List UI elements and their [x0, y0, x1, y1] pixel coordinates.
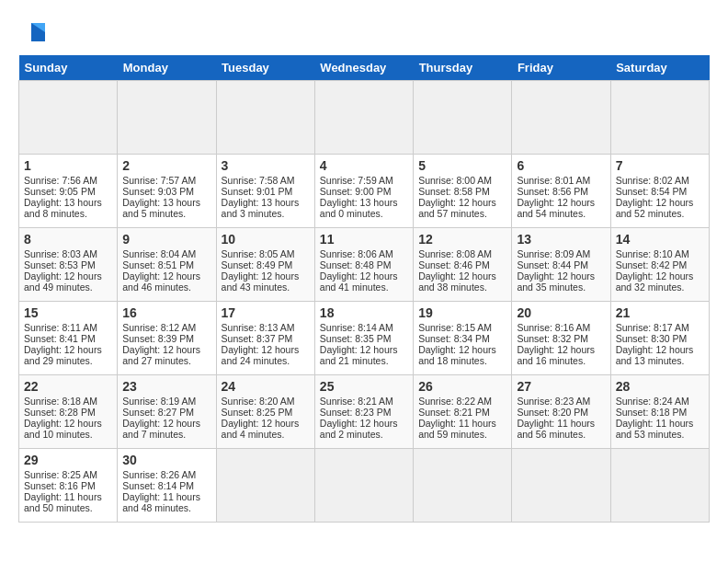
sunset-text: Sunset: 8:32 PM: [517, 333, 588, 344]
calendar-cell: [216, 81, 314, 155]
day-number: 1: [24, 158, 112, 173]
calendar-cell: [314, 81, 413, 155]
column-header-saturday: Saturday: [610, 55, 709, 81]
sunrise-text: Sunrise: 8:25 AM: [24, 469, 97, 480]
calendar-cell: 23Sunrise: 8:19 AMSunset: 8:27 PMDayligh…: [118, 375, 216, 449]
calendar-cell: [19, 81, 118, 155]
daylight-text: Daylight: 12 hours and 27 minutes.: [122, 344, 200, 366]
sunrise-text: Sunrise: 8:21 AM: [320, 396, 393, 407]
sunset-text: Sunset: 8:35 PM: [320, 333, 392, 344]
daylight-text: Daylight: 12 hours and 24 minutes.: [222, 344, 300, 366]
daylight-text: Daylight: 12 hours and 41 minutes.: [320, 270, 398, 293]
calendar-week-4: 22Sunrise: 8:18 AMSunset: 8:28 PMDayligh…: [19, 375, 710, 449]
calendar-cell: 9Sunrise: 8:04 AMSunset: 8:51 PMDaylight…: [118, 228, 216, 302]
daylight-text: Daylight: 13 hours and 0 minutes.: [320, 197, 398, 219]
day-number: 10: [222, 232, 310, 247]
calendar-cell: 20Sunrise: 8:16 AMSunset: 8:32 PMDayligh…: [512, 302, 610, 375]
day-number: 8: [24, 232, 112, 247]
calendar-week-0: [19, 81, 710, 155]
day-number: 5: [418, 158, 506, 173]
column-header-friday: Friday: [512, 55, 610, 81]
calendar-week-5: 29Sunrise: 8:25 AMSunset: 8:16 PMDayligh…: [19, 449, 710, 523]
calendar-cell: [414, 81, 512, 155]
calendar-cell: 21Sunrise: 8:17 AMSunset: 8:30 PMDayligh…: [610, 302, 709, 375]
day-number: 27: [517, 379, 605, 394]
calendar-cell: 27Sunrise: 8:23 AMSunset: 8:20 PMDayligh…: [512, 375, 610, 449]
calendar-cell: 19Sunrise: 8:15 AMSunset: 8:34 PMDayligh…: [414, 302, 512, 375]
sunrise-text: Sunrise: 8:26 AM: [122, 469, 196, 480]
day-number: 28: [616, 379, 704, 394]
sunset-text: Sunset: 8:56 PM: [517, 186, 588, 197]
day-number: 17: [222, 305, 310, 320]
column-header-wednesday: Wednesday: [314, 55, 413, 81]
sunset-text: Sunset: 8:37 PM: [222, 333, 293, 344]
day-number: 25: [320, 379, 408, 394]
calendar-cell: [512, 81, 610, 155]
daylight-text: Daylight: 12 hours and 38 minutes.: [418, 270, 496, 293]
day-number: 7: [616, 158, 704, 173]
daylight-text: Daylight: 13 hours and 5 minutes.: [122, 197, 200, 219]
calendar-cell: 14Sunrise: 8:10 AMSunset: 8:42 PMDayligh…: [610, 228, 709, 302]
day-number: 13: [517, 232, 605, 247]
daylight-text: Daylight: 12 hours and 54 minutes.: [517, 197, 595, 219]
calendar-week-2: 8Sunrise: 8:03 AMSunset: 8:53 PMDaylight…: [19, 228, 710, 302]
calendar-cell: [414, 449, 512, 523]
day-number: 19: [418, 305, 506, 320]
sunset-text: Sunset: 8:51 PM: [122, 259, 194, 270]
sunrise-text: Sunrise: 8:03 AM: [24, 248, 97, 259]
daylight-text: Daylight: 13 hours and 3 minutes.: [222, 197, 300, 219]
calendar-cell: [314, 449, 413, 523]
daylight-text: Daylight: 12 hours and 43 minutes.: [222, 270, 300, 293]
sunset-text: Sunset: 8:30 PM: [616, 333, 688, 344]
calendar-cell: 18Sunrise: 8:14 AMSunset: 8:35 PMDayligh…: [314, 302, 413, 375]
sunset-text: Sunset: 8:54 PM: [616, 186, 688, 197]
day-number: 21: [616, 305, 704, 320]
calendar-cell: 25Sunrise: 8:21 AMSunset: 8:23 PMDayligh…: [314, 375, 413, 449]
daylight-text: Daylight: 12 hours and 21 minutes.: [320, 344, 398, 366]
sunrise-text: Sunrise: 8:09 AM: [517, 248, 590, 259]
day-number: 15: [24, 305, 112, 320]
day-number: 26: [418, 379, 506, 394]
calendar-cell: 13Sunrise: 8:09 AMSunset: 8:44 PMDayligh…: [512, 228, 610, 302]
sunset-text: Sunset: 8:28 PM: [24, 407, 96, 418]
sunset-text: Sunset: 8:42 PM: [616, 259, 688, 270]
sunrise-text: Sunrise: 8:24 AM: [616, 396, 689, 407]
sunset-text: Sunset: 8:48 PM: [320, 259, 392, 270]
sunrise-text: Sunrise: 7:56 AM: [24, 175, 97, 186]
sunset-text: Sunset: 8:49 PM: [222, 259, 293, 270]
daylight-text: Daylight: 12 hours and 16 minutes.: [517, 344, 595, 366]
day-number: 18: [320, 305, 408, 320]
daylight-text: Daylight: 12 hours and 4 minutes.: [222, 418, 300, 440]
day-number: 22: [24, 379, 112, 394]
calendar-cell: 17Sunrise: 8:13 AMSunset: 8:37 PMDayligh…: [216, 302, 314, 375]
column-header-monday: Monday: [118, 55, 216, 81]
sunrise-text: Sunrise: 8:01 AM: [517, 175, 590, 186]
daylight-text: Daylight: 12 hours and 13 minutes.: [616, 344, 694, 366]
day-number: 12: [418, 232, 506, 247]
daylight-text: Daylight: 12 hours and 52 minutes.: [616, 197, 694, 219]
daylight-text: Daylight: 12 hours and 46 minutes.: [122, 270, 200, 293]
calendar-cell: 15Sunrise: 8:11 AMSunset: 8:41 PMDayligh…: [19, 302, 118, 375]
day-number: 9: [122, 232, 210, 247]
calendar-cell: [118, 81, 216, 155]
sunrise-text: Sunrise: 8:23 AM: [517, 396, 590, 407]
header-row: SundayMondayTuesdayWednesdayThursdayFrid…: [19, 55, 710, 81]
daylight-text: Daylight: 12 hours and 32 minutes.: [616, 270, 694, 293]
daylight-text: Daylight: 12 hours and 57 minutes.: [418, 197, 496, 219]
sunset-text: Sunset: 8:34 PM: [418, 333, 490, 344]
sunset-text: Sunset: 9:01 PM: [222, 186, 293, 197]
calendar-cell: 1Sunrise: 7:56 AMSunset: 9:05 PMDaylight…: [19, 155, 118, 228]
sunset-text: Sunset: 8:58 PM: [418, 186, 490, 197]
calendar-cell: 8Sunrise: 8:03 AMSunset: 8:53 PMDaylight…: [19, 228, 118, 302]
calendar-cell: 10Sunrise: 8:05 AMSunset: 8:49 PMDayligh…: [216, 228, 314, 302]
calendar-cell: 24Sunrise: 8:20 AMSunset: 8:25 PMDayligh…: [216, 375, 314, 449]
sunrise-text: Sunrise: 8:19 AM: [122, 396, 196, 407]
calendar-cell: 22Sunrise: 8:18 AMSunset: 8:28 PMDayligh…: [19, 375, 118, 449]
sunrise-text: Sunrise: 7:58 AM: [222, 175, 295, 186]
sunrise-text: Sunrise: 8:20 AM: [222, 396, 295, 407]
calendar-cell: 26Sunrise: 8:22 AMSunset: 8:21 PMDayligh…: [414, 375, 512, 449]
calendar-cell: 16Sunrise: 8:12 AMSunset: 8:39 PMDayligh…: [118, 302, 216, 375]
calendar-cell: 30Sunrise: 8:26 AMSunset: 8:14 PMDayligh…: [118, 449, 216, 523]
calendar-cell: 11Sunrise: 8:06 AMSunset: 8:48 PMDayligh…: [314, 228, 413, 302]
sunrise-text: Sunrise: 8:22 AM: [418, 396, 492, 407]
